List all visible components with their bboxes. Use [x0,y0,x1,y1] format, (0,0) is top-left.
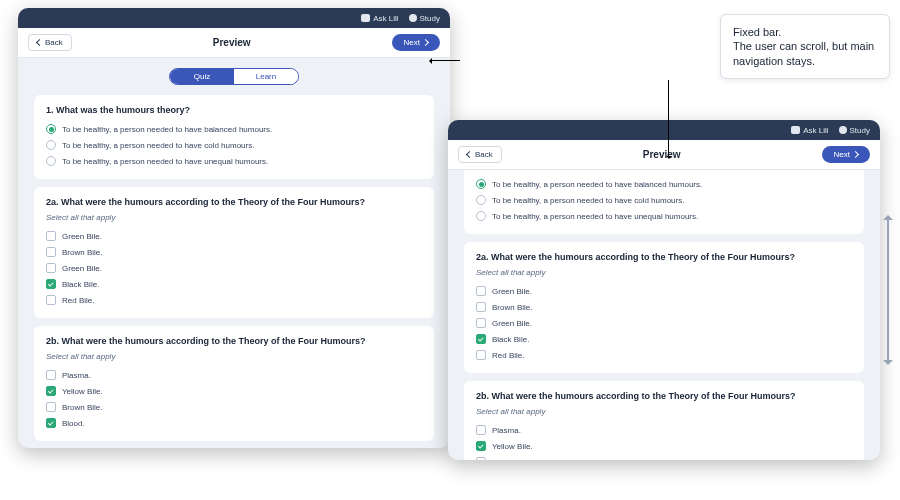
radio-option[interactable]: To be healthy, a person needed to have b… [46,121,422,137]
chevron-right-icon [422,39,429,46]
checkbox-icon [46,263,56,273]
option-label: Brown Bile. [62,403,102,412]
next-label: Next [834,150,850,159]
checkbox-icon [46,231,56,241]
checkbox-icon [476,318,486,328]
checkbox-option[interactable]: Yellow Bile. [46,383,422,399]
study-link[interactable]: Study [839,126,870,135]
content-scroll[interactable]: Quiz Learn 1. What was the humours theor… [18,58,450,448]
question-subtitle: Select all that apply [476,407,852,416]
content-scroll[interactable]: Quiz Learn 1. What was the humours theor… [448,170,880,460]
question-card: 1. What was the humours theory?To be hea… [464,170,864,234]
questions-list: 1. What was the humours theory?To be hea… [464,170,864,460]
tab-learn[interactable]: Learn [234,69,298,84]
chat-icon [361,14,370,22]
global-topbar: Ask Lili Study [448,120,880,140]
tab-quiz[interactable]: Quiz [170,69,234,84]
back-button[interactable]: Back [28,34,72,51]
checkbox-option[interactable]: Blood. [46,415,422,431]
question-card: 2b. What were the humours according to t… [34,326,434,441]
app-frame-scrolled: Ask Lili Study Back Preview Next Quiz Le… [448,120,880,460]
checkbox-icon [46,402,56,412]
ask-lili-link[interactable]: Ask Lili [361,14,398,23]
page-title: Preview [643,149,681,160]
radio-option[interactable]: To be healthy, a person needed to have c… [476,192,852,208]
option-label: Brown Bile. [62,248,102,257]
checkbox-icon [476,441,486,451]
annotation-arrow-to-next [430,60,460,61]
checkbox-option[interactable]: Brown Bile. [46,399,422,415]
checkbox-icon [46,386,56,396]
back-label: Back [45,38,63,47]
checkbox-icon [46,370,56,380]
app-frame-initial: Ask Lili Study Back Preview Next Quiz Le… [18,8,450,448]
option-label: Red Bile. [492,351,524,360]
question-subtitle: Select all that apply [46,213,422,222]
radio-icon [476,211,486,221]
study-label: Study [850,126,870,135]
sun-icon [409,14,417,22]
checkbox-option[interactable]: Green Bile. [476,315,852,331]
checkbox-icon [476,425,486,435]
checkbox-icon [476,334,486,344]
next-button[interactable]: Next [392,34,440,51]
question-title: 2b. What were the humours according to t… [476,391,852,401]
ask-lili-link[interactable]: Ask Lili [791,126,828,135]
checkbox-option[interactable]: Yellow Bile. [476,438,852,454]
option-label: Yellow Bile. [62,387,103,396]
question-card: 2b. What were the humours according to t… [464,381,864,460]
ask-lili-label: Ask Lili [373,14,398,23]
radio-option[interactable]: To be healthy, a person needed to have u… [476,208,852,224]
checkbox-option[interactable]: Black Bile. [46,276,422,292]
next-label: Next [404,38,420,47]
option-label: To be healthy, a person needed to have b… [492,180,702,189]
checkbox-icon [476,350,486,360]
radio-icon [46,124,56,134]
checkbox-option[interactable]: Brown Bile. [476,299,852,315]
option-label: Blood. [62,419,85,428]
checkbox-option[interactable]: Green Bile. [46,228,422,244]
sun-icon [839,126,847,134]
option-label: To be healthy, a person needed to have u… [62,157,268,166]
checkbox-icon [46,247,56,257]
checkbox-icon [46,279,56,289]
quiz-learn-toggle: Quiz Learn [169,68,299,85]
option-label: Black Bile. [62,280,99,289]
question-subtitle: Select all that apply [476,268,852,277]
study-link[interactable]: Study [409,14,440,23]
option-label: Green Bile. [62,264,102,273]
option-label: Red Bile. [62,296,94,305]
checkbox-option[interactable]: Green Bile. [46,260,422,276]
annotation-text: Fixed bar. The user can scroll, but main… [733,25,877,68]
radio-icon [476,195,486,205]
question-subtitle: Select all that apply [46,352,422,361]
arrow-down-icon [883,360,893,370]
question-title: 2a. What were the humours according to t… [476,252,852,262]
checkbox-option[interactable]: Plasma. [476,422,852,438]
radio-icon [476,179,486,189]
radio-option[interactable]: To be healthy, a person needed to have b… [476,176,852,192]
option-label: Plasma. [492,426,521,435]
question-card: 2a. What were the humours according to t… [464,242,864,373]
chevron-right-icon [852,151,859,158]
checkbox-option[interactable]: Red Bile. [46,292,422,308]
radio-option[interactable]: To be healthy, a person needed to have c… [46,137,422,153]
annotation-arrow-to-scrolled-title [668,80,669,158]
scroll-line [887,220,889,360]
checkbox-option[interactable]: Brown Bile. [46,244,422,260]
back-label: Back [475,150,493,159]
page-title: Preview [213,37,251,48]
back-button[interactable]: Back [458,146,502,163]
checkbox-option[interactable]: Plasma. [46,367,422,383]
checkbox-option[interactable]: Red Bile. [476,347,852,363]
global-topbar: Ask Lili Study [18,8,450,28]
checkbox-option[interactable]: Brown Bile. [476,454,852,460]
checkbox-option[interactable]: Black Bile. [476,331,852,347]
checkbox-icon [46,418,56,428]
option-label: To be healthy, a person needed to have c… [492,196,684,205]
checkbox-option[interactable]: Green Bile. [476,283,852,299]
option-label: Yellow Bile. [492,442,533,451]
chat-icon [791,126,800,134]
radio-option[interactable]: To be healthy, a person needed to have u… [46,153,422,169]
next-button[interactable]: Next [822,146,870,163]
